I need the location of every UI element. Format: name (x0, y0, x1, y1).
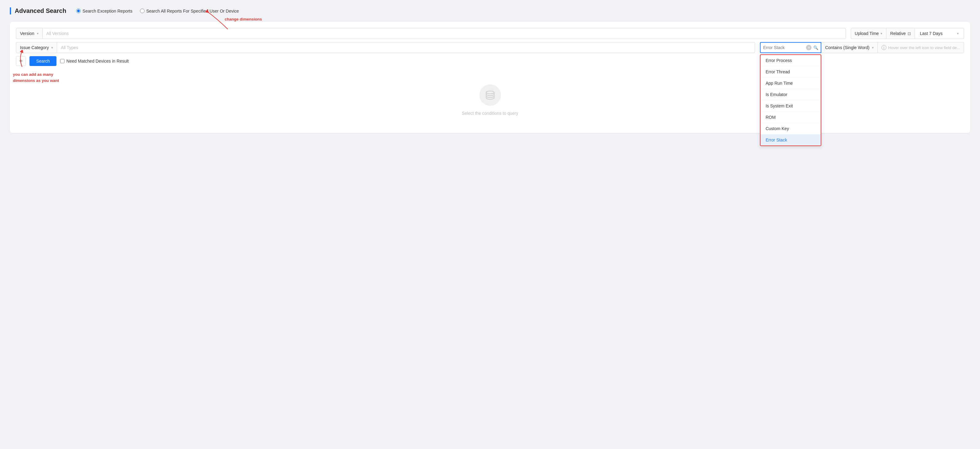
info-icon: i (881, 45, 886, 50)
radio-search-exception[interactable]: Search Exception Reports (76, 9, 133, 13)
database-svg (485, 90, 496, 101)
error-stack-input[interactable] (763, 45, 804, 50)
svg-point-0 (486, 91, 494, 94)
upload-time-section: Upload Time ▾ Relative ⊡ Last 7 Days ▾ (851, 28, 964, 39)
filter-row-2: Issue Category ▾ All Types ✕ 🔍 Error Pro… (16, 42, 964, 53)
search-button[interactable]: Search (29, 56, 56, 66)
dropdown-item-rom[interactable]: ROM (760, 112, 821, 123)
filter-row-1: Version ▾ All Versions Upload Time ▾ Rel… (16, 28, 964, 39)
database-icon (479, 84, 501, 106)
version-dimension-select[interactable]: Version ▾ (16, 28, 43, 39)
dropdown-item-app-run-time[interactable]: App Run Time (760, 78, 821, 89)
radio-search-all[interactable]: Search All Reports For Specified User Or… (140, 9, 239, 13)
upload-time-chevron-icon: ▾ (881, 32, 882, 36)
dropdown-item-error-thread[interactable]: Error Thread (760, 66, 821, 78)
info-placeholder: Hover over the left icon to view field d… (888, 45, 960, 50)
upload-time-label: Upload Time (855, 31, 879, 36)
version-label: Version (20, 31, 34, 36)
last7-label: Last 7 Days (920, 31, 943, 36)
error-stack-input-wrap[interactable]: ✕ 🔍 (760, 42, 821, 53)
radio-group: Search Exception Reports Search All Repo… (76, 9, 239, 13)
last7-btn[interactable]: Last 7 Days ▾ (915, 28, 964, 39)
matched-devices-checkbox[interactable] (60, 59, 64, 63)
dropdown-item-error-process[interactable]: Error Process (760, 55, 821, 66)
actions-row: + Search Need Matched Devices in Result (16, 56, 964, 66)
contains-label: Contains (Single Word) (825, 45, 869, 50)
issue-category-select[interactable]: Issue Category ▾ (16, 42, 57, 53)
empty-state-text: Select the conditions to query (462, 111, 519, 116)
clear-icon[interactable]: ✕ (806, 45, 811, 50)
errorstack-section: ✕ 🔍 Error Process Error Thread App Run T… (760, 42, 964, 53)
relative-icon: ⊡ (908, 31, 911, 36)
search-icon: 🔍 (813, 45, 818, 50)
empty-state: Select the conditions to query (16, 66, 964, 128)
issue-category-placeholder: All Types (61, 45, 78, 50)
version-chevron-icon: ▾ (37, 32, 39, 36)
issue-category-label: Issue Category (20, 45, 49, 50)
radio-all-input[interactable] (140, 9, 145, 13)
dimension-dropdown: Error Process Error Thread App Run Time … (760, 54, 821, 146)
radio-exception-input[interactable] (76, 9, 81, 13)
upload-time-btn[interactable]: Upload Time ▾ (851, 28, 887, 39)
relative-label: Relative (890, 31, 906, 36)
dropdown-item-custom-key[interactable]: Custom Key (760, 123, 821, 134)
matched-devices-checkbox-label[interactable]: Need Matched Devices in Result (60, 59, 129, 64)
last7-chevron-icon: ▾ (957, 32, 959, 36)
info-hint: i Hover over the left icon to view field… (878, 42, 964, 53)
page: Advanced Search Search Exception Reports… (0, 0, 980, 449)
version-placeholder: All Versions (46, 31, 69, 36)
annotation-mid-text: change dimensions (225, 17, 262, 21)
actions-area: + Search Need Matched Devices in Result … (16, 56, 964, 66)
add-dimension-button[interactable]: + (16, 56, 26, 66)
page-title: Advanced Search (10, 7, 66, 14)
annotation-mid-label: change dimensions (225, 17, 262, 21)
radio-exception-label: Search Exception Reports (83, 9, 133, 13)
dropdown-item-error-stack[interactable]: Error Stack (760, 134, 821, 145)
radio-all-label: Search All Reports For Specified User Or… (146, 9, 239, 13)
dropdown-item-is-system-exit[interactable]: Is System Exit (760, 100, 821, 112)
issue-category-value: All Types (57, 42, 755, 53)
matched-devices-label: Need Matched Devices in Result (66, 59, 129, 64)
header: Advanced Search Search Exception Reports… (10, 7, 970, 14)
version-value: All Versions (43, 28, 846, 39)
contains-select[interactable]: Contains (Single Word) ▾ (821, 42, 878, 53)
contains-chevron-icon: ▾ (872, 46, 874, 50)
dropdown-item-is-emulator[interactable]: Is Emulator (760, 89, 821, 100)
issue-category-chevron-icon: ▾ (51, 46, 53, 50)
relative-btn[interactable]: Relative ⊡ (886, 28, 915, 39)
search-panel: Version ▾ All Versions Upload Time ▾ Rel… (10, 22, 970, 133)
arrow-right-svg (933, 0, 952, 2)
